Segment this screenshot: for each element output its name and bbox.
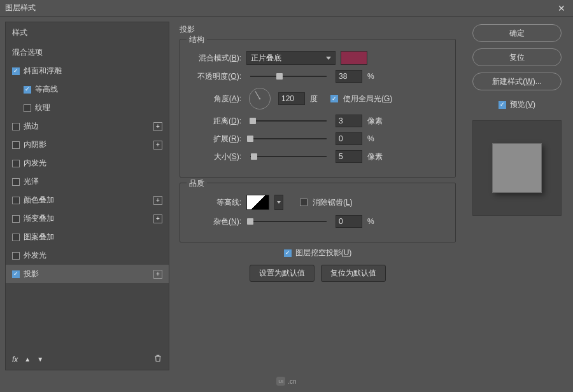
styles-footer: fx ▲ ▼ bbox=[6, 349, 169, 370]
angle-unit: 度 bbox=[310, 94, 325, 104]
settings-panel: 投影 结构 混合模式(B): 正片叠底 不透明度(O): % 角度(A): 度 bbox=[174, 22, 461, 370]
style-checkbox[interactable] bbox=[12, 141, 20, 149]
quality-legend: 品质 bbox=[187, 178, 207, 189]
panel-title: 投影 bbox=[180, 24, 456, 35]
style-checkbox[interactable] bbox=[12, 123, 20, 130]
style-item-11[interactable]: 投影+ bbox=[6, 265, 169, 283]
style-checkbox[interactable] bbox=[12, 252, 20, 260]
noise-input[interactable] bbox=[336, 215, 362, 228]
close-icon[interactable]: ✕ bbox=[555, 3, 568, 13]
style-item-5[interactable]: 内发光 bbox=[6, 154, 169, 172]
distance-slider[interactable] bbox=[250, 120, 327, 122]
blend-mode-select[interactable]: 正片叠底 bbox=[246, 51, 336, 65]
arrow-up-icon[interactable]: ▲ bbox=[24, 356, 31, 363]
antialias-label: 消除锯齿(L) bbox=[313, 197, 353, 208]
style-item-7[interactable]: 颜色叠加+ bbox=[6, 191, 169, 209]
style-item-2[interactable]: 纹理 bbox=[6, 99, 169, 117]
contour-dropdown-icon[interactable] bbox=[274, 195, 283, 210]
add-effect-icon[interactable]: + bbox=[153, 141, 162, 150]
angle-dial[interactable] bbox=[249, 88, 271, 109]
style-label: 渐变叠加 bbox=[24, 213, 54, 224]
style-item-6[interactable]: 光泽 bbox=[6, 172, 169, 191]
styles-panel: 样式 混合选项 斜面和浮雕等高线纹理描边+内阴影+内发光光泽颜色叠加+渐变叠加+… bbox=[5, 22, 169, 370]
style-checkbox[interactable] bbox=[12, 234, 20, 241]
brand-logo-icon: UI bbox=[276, 377, 285, 386]
distance-input[interactable] bbox=[336, 115, 362, 127]
style-checkbox[interactable] bbox=[24, 104, 31, 112]
blend-options[interactable]: 混合选项 bbox=[6, 43, 169, 62]
preview-box bbox=[472, 120, 562, 216]
style-label: 内阴影 bbox=[24, 139, 46, 150]
quality-group: 品质 等高线: 消除锯齿(L) 杂色(N): % bbox=[180, 183, 456, 242]
add-effect-icon[interactable]: + bbox=[153, 196, 162, 205]
contour-label: 等高线: bbox=[188, 197, 241, 208]
knockout-label: 图层挖空投影(U) bbox=[295, 248, 352, 258]
trash-icon[interactable] bbox=[153, 354, 162, 365]
size-unit: 像素 bbox=[367, 151, 383, 162]
footer: UI .cn bbox=[0, 375, 573, 387]
style-item-0[interactable]: 斜面和浮雕 bbox=[6, 62, 169, 80]
titlebar: 图层样式 ✕ bbox=[0, 0, 573, 17]
style-item-1[interactable]: 等高线 bbox=[6, 80, 169, 99]
angle-label: 角度(A): bbox=[188, 94, 241, 104]
global-light-label: 使用全局光(G) bbox=[343, 94, 392, 104]
contour-swatch[interactable] bbox=[246, 195, 269, 210]
style-item-10[interactable]: 外发光 bbox=[6, 246, 169, 265]
add-effect-icon[interactable]: + bbox=[153, 214, 162, 223]
opacity-input[interactable] bbox=[336, 70, 362, 83]
distance-unit: 像素 bbox=[367, 116, 383, 127]
style-checkbox[interactable] bbox=[12, 215, 20, 223]
blend-mode-label: 混合模式(B): bbox=[188, 53, 241, 64]
angle-input[interactable] bbox=[278, 92, 305, 105]
style-label: 光泽 bbox=[24, 176, 39, 187]
new-style-button[interactable]: 新建样式(W)... bbox=[472, 73, 562, 90]
antialias-checkbox[interactable] bbox=[300, 199, 308, 206]
style-item-4[interactable]: 内阴影+ bbox=[6, 136, 169, 154]
style-item-3[interactable]: 描边+ bbox=[6, 117, 169, 136]
style-label: 颜色叠加 bbox=[24, 195, 54, 206]
spread-slider[interactable] bbox=[250, 138, 327, 139]
spread-input[interactable] bbox=[336, 132, 362, 145]
style-checkbox[interactable] bbox=[24, 86, 31, 94]
add-effect-icon[interactable]: + bbox=[153, 270, 162, 279]
styles-header: 样式 bbox=[6, 22, 169, 43]
style-checkbox[interactable] bbox=[12, 160, 20, 167]
style-label: 斜面和浮雕 bbox=[24, 66, 62, 76]
style-label: 图案叠加 bbox=[24, 232, 54, 242]
size-slider[interactable] bbox=[250, 156, 327, 157]
size-label: 大小(S): bbox=[188, 151, 241, 162]
distance-label: 距离(D): bbox=[188, 116, 241, 127]
noise-slider[interactable] bbox=[250, 221, 327, 222]
size-input[interactable] bbox=[336, 150, 362, 163]
fx-icon[interactable]: fx bbox=[12, 355, 18, 364]
content: 样式 混合选项 斜面和浮雕等高线纹理描边+内阴影+内发光光泽颜色叠加+渐变叠加+… bbox=[0, 17, 573, 375]
noise-label: 杂色(N): bbox=[188, 216, 241, 227]
style-checkbox[interactable] bbox=[12, 178, 20, 186]
style-label: 内发光 bbox=[24, 158, 46, 169]
structure-group: 结构 混合模式(B): 正片叠底 不透明度(O): % 角度(A): 度 使用全… bbox=[180, 39, 456, 178]
opacity-slider[interactable] bbox=[250, 76, 327, 77]
add-effect-icon[interactable]: + bbox=[153, 122, 162, 131]
global-light-checkbox[interactable] bbox=[330, 95, 338, 102]
style-label: 描边 bbox=[24, 121, 39, 132]
reset-default-button[interactable]: 复位为默认值 bbox=[321, 265, 386, 282]
ok-button[interactable]: 确定 bbox=[472, 24, 562, 42]
make-default-button[interactable]: 设置为默认值 bbox=[250, 265, 315, 282]
preview-label: 预览(V) bbox=[510, 99, 535, 110]
reset-button[interactable]: 复位 bbox=[472, 48, 562, 66]
style-label: 外发光 bbox=[24, 250, 46, 261]
spread-label: 扩展(R): bbox=[188, 134, 241, 144]
style-checkbox[interactable] bbox=[12, 197, 20, 204]
preview-checkbox[interactable] bbox=[499, 101, 506, 109]
preview-swatch bbox=[492, 143, 542, 193]
style-checkbox[interactable] bbox=[12, 270, 20, 278]
arrow-down-icon[interactable]: ▼ bbox=[37, 356, 43, 363]
style-label: 等高线 bbox=[35, 84, 58, 95]
style-item-8[interactable]: 渐变叠加+ bbox=[6, 209, 169, 228]
noise-unit: % bbox=[367, 217, 383, 226]
action-panel: 确定 复位 新建样式(W)... 预览(V) bbox=[466, 22, 568, 370]
knockout-checkbox[interactable] bbox=[284, 249, 292, 257]
style-checkbox[interactable] bbox=[12, 67, 20, 75]
shadow-color-swatch[interactable] bbox=[341, 51, 367, 65]
style-item-9[interactable]: 图案叠加 bbox=[6, 228, 169, 246]
